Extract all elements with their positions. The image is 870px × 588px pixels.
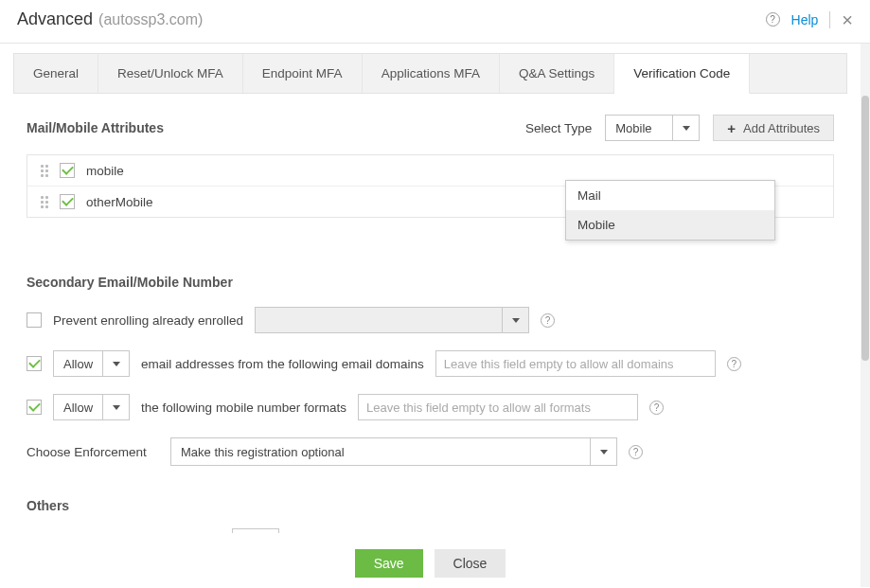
help-link[interactable]: Help bbox=[791, 12, 819, 27]
allow-mobile-value: Allow bbox=[54, 401, 102, 415]
select-type-popup: Mail Mobile bbox=[565, 180, 775, 241]
checkbox-allow-mobile[interactable] bbox=[27, 400, 42, 415]
page-title: Advanced bbox=[17, 9, 93, 29]
tab-qa-settings[interactable]: Q&A Settings bbox=[500, 54, 614, 93]
tabs-bar: General Reset/Unlock MFA Endpoint MFA Ap… bbox=[13, 53, 847, 94]
close-icon[interactable]: × bbox=[842, 10, 853, 29]
code-length-row: Set verification code length to digits. bbox=[27, 528, 834, 533]
page-subtitle: (autossp3.com) bbox=[98, 11, 203, 28]
tab-endpoint-mfa[interactable]: Endpoint MFA bbox=[243, 54, 363, 93]
secondary-section: Secondary Email/Mobile Number Prevent en… bbox=[27, 275, 834, 466]
prevent-select[interactable] bbox=[255, 307, 529, 333]
main-panel: General Reset/Unlock MFA Endpoint MFA Ap… bbox=[0, 44, 861, 587]
prevent-row: Prevent enrolling already enrolled ? bbox=[27, 307, 834, 333]
others-title: Others bbox=[27, 498, 834, 513]
select-type-dropdown[interactable]: Mobile bbox=[605, 115, 700, 141]
add-attributes-label: Add Attributes bbox=[743, 121, 820, 135]
checkbox-allow-email[interactable] bbox=[27, 356, 42, 371]
tab-verification-code[interactable]: Verification Code bbox=[614, 54, 750, 94]
allow-mobile-row: Allow the following mobile number format… bbox=[27, 394, 834, 420]
email-domains-input[interactable] bbox=[435, 350, 716, 377]
enforcement-value: Make this registration optional bbox=[171, 445, 590, 459]
dropdown-option-mobile[interactable]: Mobile bbox=[566, 210, 774, 240]
checkbox-othermobile[interactable] bbox=[60, 194, 75, 209]
content-area: Mail/Mobile Attributes Select Type Mobil… bbox=[0, 94, 861, 533]
allow-email-text: email addresses from the following email… bbox=[141, 357, 424, 371]
save-button[interactable]: Save bbox=[355, 549, 423, 578]
attr-label: otherMobile bbox=[86, 195, 153, 209]
dialog-header: Advanced (autossp3.com) ? Help × bbox=[0, 0, 870, 44]
mobile-formats-input[interactable] bbox=[358, 394, 638, 420]
scrollbar[interactable] bbox=[861, 44, 870, 587]
plus-icon: + bbox=[727, 121, 736, 135]
checkbox-prevent[interactable] bbox=[27, 312, 42, 328]
select-type-label: Select Type bbox=[525, 121, 592, 135]
allow-email-value: Allow bbox=[54, 357, 102, 371]
chevron-down-icon bbox=[672, 116, 699, 140]
dropdown-option-mail[interactable]: Mail bbox=[566, 181, 774, 210]
secondary-title: Secondary Email/Mobile Number bbox=[27, 275, 834, 290]
tab-applications-mfa[interactable]: Applications MFA bbox=[363, 54, 500, 93]
drag-handle-icon[interactable] bbox=[41, 196, 48, 208]
allow-email-select[interactable]: Allow bbox=[53, 350, 130, 377]
header-right: ? Help × bbox=[766, 10, 853, 29]
allow-mobile-text: the following mobile number formats bbox=[141, 401, 346, 415]
mail-mobile-title: Mail/Mobile Attributes bbox=[27, 120, 164, 135]
mail-mobile-header: Mail/Mobile Attributes Select Type Mobil… bbox=[27, 115, 834, 141]
dialog-body: General Reset/Unlock MFA Endpoint MFA Ap… bbox=[0, 44, 870, 587]
chevron-down-icon bbox=[102, 351, 129, 376]
enforcement-select[interactable]: Make this registration optional bbox=[170, 437, 617, 466]
chevron-down-icon bbox=[102, 395, 129, 419]
allow-email-row: Allow email addresses from the following… bbox=[27, 350, 834, 377]
allow-mobile-select[interactable]: Allow bbox=[53, 394, 130, 420]
help-icon: ? bbox=[766, 12, 780, 27]
others-section: Others Set verification code length to d… bbox=[27, 498, 834, 533]
footer-bar: Save Close bbox=[0, 538, 861, 578]
tab-general[interactable]: General bbox=[14, 54, 98, 93]
add-attributes-button[interactable]: + Add Attributes bbox=[713, 115, 834, 141]
enforcement-row: Choose Enforcement Make this registratio… bbox=[27, 437, 834, 466]
drag-handle-icon[interactable] bbox=[41, 165, 48, 177]
info-icon[interactable]: ? bbox=[649, 401, 664, 415]
info-icon[interactable]: ? bbox=[541, 313, 555, 328]
code-length-input[interactable] bbox=[232, 528, 279, 533]
prevent-label: Prevent enrolling already enrolled bbox=[53, 313, 243, 328]
choose-enforcement-label: Choose Enforcement bbox=[27, 445, 159, 459]
info-icon[interactable]: ? bbox=[727, 357, 741, 371]
info-icon[interactable]: ? bbox=[629, 445, 643, 459]
header-left: Advanced (autossp3.com) bbox=[17, 9, 203, 29]
chevron-down-icon bbox=[502, 308, 528, 332]
checkbox-mobile[interactable] bbox=[60, 163, 75, 178]
close-button[interactable]: Close bbox=[435, 549, 506, 578]
header-divider bbox=[829, 11, 830, 28]
scroll-thumb[interactable] bbox=[861, 96, 869, 361]
attr-label: mobile bbox=[86, 164, 124, 178]
select-type-value: Mobile bbox=[606, 121, 672, 135]
tab-reset-unlock-mfa[interactable]: Reset/Unlock MFA bbox=[98, 54, 243, 93]
chevron-down-icon bbox=[590, 438, 616, 465]
mail-mobile-controls: Select Type Mobile + Add Attributes bbox=[525, 115, 834, 141]
